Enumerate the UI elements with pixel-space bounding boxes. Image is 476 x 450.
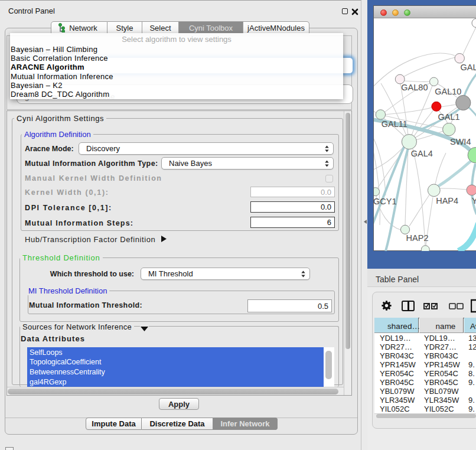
svg-text:GCY1: GCY1 (374, 197, 397, 206)
svg-text:GAL: GAL (461, 63, 476, 72)
svg-text:GAL1: GAL1 (438, 112, 460, 122)
svg-text:GAL10: GAL10 (435, 87, 461, 96)
svg-text:GAL4: GAL4 (411, 149, 433, 158)
svg-text:GAL80: GAL80 (401, 83, 428, 92)
svg-text:GAL11: GAL11 (382, 119, 407, 129)
svg-text:HAP4: HAP4 (436, 196, 458, 206)
svg-text:SWI4: SWI4 (450, 137, 471, 146)
svg-text:HAP2: HAP2 (406, 233, 429, 243)
svg-text:Y: Y (472, 196, 476, 206)
